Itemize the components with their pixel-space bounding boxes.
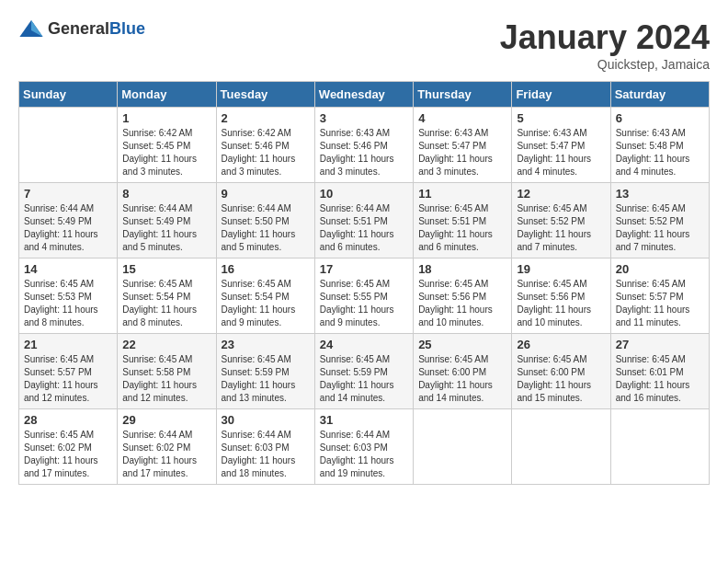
- calendar-cell: 31Sunrise: 6:44 AM Sunset: 6:03 PM Dayli…: [314, 409, 413, 485]
- calendar-table: Sunday Monday Tuesday Wednesday Thursday…: [18, 81, 710, 485]
- calendar-cell: 26Sunrise: 6:45 AM Sunset: 6:00 PM Dayli…: [512, 334, 610, 409]
- col-tuesday: Tuesday: [216, 82, 314, 108]
- day-number: 8: [122, 187, 210, 201]
- day-number: 10: [320, 187, 408, 201]
- calendar-cell: 23Sunrise: 6:45 AM Sunset: 5:59 PM Dayli…: [216, 334, 314, 409]
- day-number: 24: [320, 338, 408, 351]
- day-info: Sunrise: 6:45 AM Sunset: 5:54 PM Dayligh…: [222, 278, 310, 329]
- calendar-cell: 8Sunrise: 6:44 AM Sunset: 5:49 PM Daylig…: [118, 183, 216, 259]
- day-info: Sunrise: 6:44 AM Sunset: 5:49 PM Dayligh…: [122, 202, 210, 254]
- month-year: January 2024: [500, 18, 710, 57]
- col-friday: Friday: [512, 82, 610, 108]
- calendar-week-2: 7Sunrise: 6:44 AM Sunset: 5:49 PM Daylig…: [19, 183, 710, 259]
- calendar-cell: 11Sunrise: 6:45 AM Sunset: 5:51 PM Dayli…: [414, 183, 512, 259]
- day-number: 13: [616, 187, 704, 201]
- day-number: 29: [122, 413, 210, 427]
- day-info: Sunrise: 6:45 AM Sunset: 5:56 PM Dayligh…: [418, 278, 506, 329]
- logo: GeneralBlue: [18, 18, 145, 39]
- day-number: 22: [122, 338, 210, 351]
- calendar-cell: 5Sunrise: 6:43 AM Sunset: 5:47 PM Daylig…: [512, 108, 610, 183]
- calendar-cell: 12Sunrise: 6:45 AM Sunset: 5:52 PM Dayli…: [512, 183, 610, 259]
- calendar-cell: 30Sunrise: 6:44 AM Sunset: 6:03 PM Dayli…: [216, 409, 314, 485]
- logo-text: GeneralBlue: [48, 19, 145, 39]
- day-number: 16: [222, 262, 310, 276]
- day-info: Sunrise: 6:44 AM Sunset: 6:03 PM Dayligh…: [320, 429, 408, 480]
- calendar-week-1: 1Sunrise: 6:42 AM Sunset: 5:45 PM Daylig…: [19, 108, 710, 183]
- calendar-cell: 7Sunrise: 6:44 AM Sunset: 5:49 PM Daylig…: [19, 183, 118, 259]
- calendar-cell: 20Sunrise: 6:45 AM Sunset: 5:57 PM Dayli…: [610, 259, 709, 334]
- page-header: GeneralBlue January 2024 Quickstep, Jama…: [18, 18, 710, 72]
- calendar-cell: 17Sunrise: 6:45 AM Sunset: 5:55 PM Dayli…: [314, 259, 413, 334]
- day-number: 3: [320, 111, 408, 125]
- day-number: 1: [122, 111, 210, 125]
- calendar-week-3: 14Sunrise: 6:45 AM Sunset: 5:53 PM Dayli…: [19, 259, 710, 334]
- calendar-cell: [19, 108, 118, 183]
- title-area: January 2024 Quickstep, Jamaica: [500, 18, 710, 72]
- calendar-cell: 13Sunrise: 6:45 AM Sunset: 5:52 PM Dayli…: [610, 183, 709, 259]
- day-number: 4: [418, 111, 506, 125]
- day-number: 23: [222, 338, 310, 351]
- day-info: Sunrise: 6:43 AM Sunset: 5:47 PM Dayligh…: [418, 127, 506, 178]
- day-number: 30: [222, 413, 310, 427]
- day-info: Sunrise: 6:43 AM Sunset: 5:47 PM Dayligh…: [517, 127, 605, 178]
- day-number: 28: [24, 413, 112, 427]
- day-info: Sunrise: 6:45 AM Sunset: 5:55 PM Dayligh…: [320, 278, 408, 329]
- calendar-cell: 24Sunrise: 6:45 AM Sunset: 5:59 PM Dayli…: [314, 334, 413, 409]
- day-info: Sunrise: 6:45 AM Sunset: 5:59 PM Dayligh…: [320, 353, 408, 405]
- day-info: Sunrise: 6:45 AM Sunset: 6:00 PM Dayligh…: [517, 353, 605, 405]
- calendar-cell: 27Sunrise: 6:45 AM Sunset: 6:01 PM Dayli…: [610, 334, 709, 409]
- day-info: Sunrise: 6:45 AM Sunset: 5:53 PM Dayligh…: [24, 278, 112, 329]
- day-info: Sunrise: 6:44 AM Sunset: 5:50 PM Dayligh…: [222, 202, 310, 254]
- day-info: Sunrise: 6:45 AM Sunset: 5:56 PM Dayligh…: [517, 278, 605, 329]
- day-info: Sunrise: 6:45 AM Sunset: 5:52 PM Dayligh…: [517, 202, 605, 254]
- calendar-cell: 1Sunrise: 6:42 AM Sunset: 5:45 PM Daylig…: [118, 108, 216, 183]
- calendar-cell: 19Sunrise: 6:45 AM Sunset: 5:56 PM Dayli…: [512, 259, 610, 334]
- logo-blue: Blue: [109, 19, 145, 38]
- calendar-cell: 4Sunrise: 6:43 AM Sunset: 5:47 PM Daylig…: [414, 108, 512, 183]
- calendar-cell: [610, 409, 709, 485]
- calendar-header: Sunday Monday Tuesday Wednesday Thursday…: [19, 82, 710, 108]
- day-number: 6: [616, 111, 704, 125]
- day-info: Sunrise: 6:45 AM Sunset: 5:51 PM Dayligh…: [418, 202, 506, 254]
- location: Quickstep, Jamaica: [500, 57, 710, 72]
- calendar-cell: 25Sunrise: 6:45 AM Sunset: 6:00 PM Dayli…: [414, 334, 512, 409]
- day-number: 27: [616, 338, 704, 351]
- header-row: Sunday Monday Tuesday Wednesday Thursday…: [19, 82, 710, 108]
- day-number: 26: [517, 338, 605, 351]
- calendar-week-5: 28Sunrise: 6:45 AM Sunset: 6:02 PM Dayli…: [19, 409, 710, 485]
- day-number: 5: [517, 111, 605, 125]
- calendar-cell: [512, 409, 610, 485]
- day-number: 15: [122, 262, 210, 276]
- calendar-cell: 21Sunrise: 6:45 AM Sunset: 5:57 PM Dayli…: [19, 334, 118, 409]
- day-info: Sunrise: 6:44 AM Sunset: 6:02 PM Dayligh…: [122, 429, 210, 480]
- day-info: Sunrise: 6:45 AM Sunset: 5:58 PM Dayligh…: [122, 353, 210, 405]
- day-number: 21: [24, 338, 112, 351]
- day-info: Sunrise: 6:42 AM Sunset: 5:46 PM Dayligh…: [222, 127, 310, 178]
- day-number: 2: [222, 111, 310, 125]
- calendar-cell: 28Sunrise: 6:45 AM Sunset: 6:02 PM Dayli…: [19, 409, 118, 485]
- day-info: Sunrise: 6:45 AM Sunset: 5:59 PM Dayligh…: [222, 353, 310, 405]
- day-number: 7: [24, 187, 112, 201]
- day-number: 20: [616, 262, 704, 276]
- day-number: 31: [320, 413, 408, 427]
- calendar-week-4: 21Sunrise: 6:45 AM Sunset: 5:57 PM Dayli…: [19, 334, 710, 409]
- logo-icon: [18, 18, 44, 39]
- col-thursday: Thursday: [414, 82, 512, 108]
- calendar-cell: 22Sunrise: 6:45 AM Sunset: 5:58 PM Dayli…: [118, 334, 216, 409]
- day-number: 14: [24, 262, 112, 276]
- calendar-cell: 15Sunrise: 6:45 AM Sunset: 5:54 PM Dayli…: [118, 259, 216, 334]
- calendar-cell: 3Sunrise: 6:43 AM Sunset: 5:46 PM Daylig…: [314, 108, 413, 183]
- col-wednesday: Wednesday: [314, 82, 413, 108]
- day-number: 12: [517, 187, 605, 201]
- day-info: Sunrise: 6:45 AM Sunset: 6:02 PM Dayligh…: [24, 429, 112, 480]
- day-info: Sunrise: 6:44 AM Sunset: 6:03 PM Dayligh…: [222, 429, 310, 480]
- calendar-cell: 29Sunrise: 6:44 AM Sunset: 6:02 PM Dayli…: [118, 409, 216, 485]
- day-info: Sunrise: 6:45 AM Sunset: 5:52 PM Dayligh…: [616, 202, 704, 254]
- calendar-body: 1Sunrise: 6:42 AM Sunset: 5:45 PM Daylig…: [19, 108, 710, 485]
- col-saturday: Saturday: [610, 82, 709, 108]
- day-info: Sunrise: 6:43 AM Sunset: 5:46 PM Dayligh…: [320, 127, 408, 178]
- col-sunday: Sunday: [19, 82, 118, 108]
- day-info: Sunrise: 6:45 AM Sunset: 5:57 PM Dayligh…: [24, 353, 112, 405]
- day-number: 19: [517, 262, 605, 276]
- day-info: Sunrise: 6:44 AM Sunset: 5:49 PM Dayligh…: [24, 202, 112, 254]
